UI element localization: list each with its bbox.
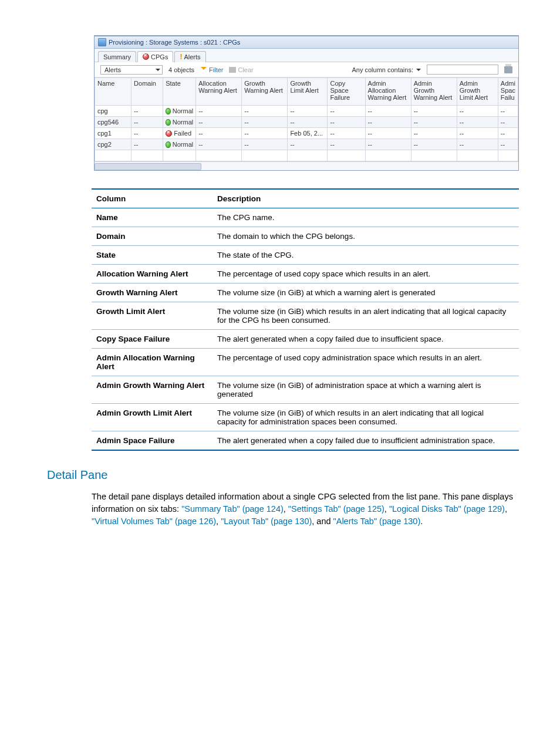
table-cell: -- bbox=[328, 117, 365, 128]
table-cell bbox=[163, 150, 196, 161]
table-cell: -- bbox=[457, 128, 498, 139]
window-title: Provisioning : Storage Systems : s021 : … bbox=[109, 39, 240, 46]
table-cell bbox=[457, 150, 498, 161]
state-text: Normal bbox=[173, 107, 193, 114]
table-cell: -- bbox=[288, 117, 328, 128]
table-cell: -- bbox=[365, 106, 411, 117]
table-cell bbox=[95, 150, 131, 161]
col-header[interactable]: Copy Space Failure bbox=[328, 78, 365, 106]
table-cell: -- bbox=[457, 139, 498, 150]
object-count: 4 objects bbox=[168, 66, 194, 73]
table-cell: -- bbox=[457, 117, 498, 128]
link-settings-tab[interactable]: "Settings Tab" (page 125) bbox=[288, 504, 384, 514]
col-header[interactable]: Admin Allocation Warning Alert bbox=[365, 78, 411, 106]
table-cell: -- bbox=[196, 128, 242, 139]
table-cell: Normal bbox=[163, 139, 196, 150]
status-fail-icon bbox=[166, 130, 172, 137]
table-cell: -- bbox=[196, 139, 242, 150]
link-alerts-tab[interactable]: "Alerts Tab" (page 130) bbox=[333, 517, 421, 526]
table-row-empty bbox=[95, 150, 518, 161]
desc-row: Copy Space FailureThe alert generated wh… bbox=[92, 330, 519, 349]
column-description-table: Column Description NameThe CPG name.Doma… bbox=[92, 188, 519, 451]
link-virtual-volumes-tab[interactable]: "Virtual Volumes Tab" (page 126) bbox=[92, 517, 216, 526]
tab-cpgs[interactable]: CPGs bbox=[137, 51, 173, 62]
horizontal-scrollbar[interactable] bbox=[95, 161, 518, 170]
table-cell: -- bbox=[328, 128, 365, 139]
table-cell: -- bbox=[411, 106, 457, 117]
desc-col-name: Growth Limit Alert bbox=[92, 302, 212, 330]
table-cell: -- bbox=[131, 117, 163, 128]
chevron-down-icon[interactable] bbox=[416, 69, 421, 71]
table-cell: -- bbox=[242, 106, 288, 117]
desc-header-col: Column bbox=[92, 189, 212, 208]
desc-col-name: Admin Space Failure bbox=[92, 431, 212, 451]
desc-col-text: The CPG name. bbox=[212, 208, 519, 227]
table-cell: -- bbox=[242, 128, 288, 139]
clear-button[interactable]: Clear bbox=[229, 66, 253, 73]
filter-button[interactable]: Filter bbox=[200, 66, 223, 73]
state-text: Failed bbox=[174, 130, 191, 137]
link-summary-tab[interactable]: "Summary Tab" (page 124) bbox=[181, 504, 284, 514]
table-cell: -- bbox=[131, 139, 163, 150]
para-text: , bbox=[216, 517, 221, 526]
col-header[interactable]: Admin Growth Warning Alert bbox=[411, 78, 457, 106]
state-text: Normal bbox=[173, 141, 193, 148]
table-cell: -- bbox=[328, 106, 365, 117]
desc-col-name: Admin Allocation Warning Alert bbox=[92, 349, 212, 376]
para-text: , bbox=[284, 504, 288, 514]
table-row[interactable]: cpg--Normal---------------- bbox=[95, 106, 518, 117]
table-row[interactable]: cpg2--Normal---------------- bbox=[95, 139, 518, 150]
status-ok-icon bbox=[166, 141, 171, 148]
col-header[interactable]: Admi Spac Failu bbox=[498, 78, 518, 106]
desc-row: Admin Growth Limit AlertThe volume size … bbox=[92, 404, 519, 431]
view-dropdown[interactable]: Alerts bbox=[100, 65, 163, 75]
desc-col-text: The alert generated when a copy failed d… bbox=[212, 330, 519, 349]
link-layout-tab[interactable]: "Layout Tab" (page 130) bbox=[221, 517, 312, 526]
col-header[interactable]: Admin Growth Limit Alert bbox=[457, 78, 498, 106]
clear-icon bbox=[229, 67, 236, 73]
desc-col-name: Domain bbox=[92, 227, 212, 246]
table-cell: -- bbox=[288, 106, 328, 117]
col-header[interactable]: Domain bbox=[131, 78, 163, 106]
col-header[interactable]: Name bbox=[95, 78, 131, 106]
tab-alerts[interactable]: ! Alerts bbox=[174, 51, 205, 62]
app-icon bbox=[98, 38, 106, 46]
table-cell: Feb 05, 2... bbox=[288, 128, 328, 139]
col-header[interactable]: State bbox=[163, 78, 196, 106]
table-cell: -- bbox=[365, 139, 411, 150]
table-cell: -- bbox=[196, 117, 242, 128]
table-cell: -- bbox=[411, 128, 457, 139]
col-header[interactable]: Growth Limit Alert bbox=[288, 78, 328, 106]
scroll-thumb[interactable] bbox=[95, 163, 201, 170]
desc-row: Admin Growth Warning AlertThe volume siz… bbox=[92, 376, 519, 404]
search-label-wrap: Any column contains: bbox=[352, 66, 421, 73]
print-icon[interactable] bbox=[504, 66, 512, 73]
search-input[interactable] bbox=[427, 65, 498, 75]
tab-summary[interactable]: Summary bbox=[98, 51, 136, 62]
table-cell: -- bbox=[411, 139, 457, 150]
table-cell bbox=[498, 150, 518, 161]
table-cell: -- bbox=[457, 106, 498, 117]
desc-col-text: The domain to which the CPG belongs. bbox=[212, 227, 519, 246]
col-header[interactable]: Allocation Warning Alert bbox=[196, 78, 242, 106]
desc-col-text: The volume size (in GiB) which results i… bbox=[212, 302, 519, 330]
table-row[interactable]: cpg546--Normal---------------- bbox=[95, 117, 518, 128]
desc-col-text: The state of the CPG. bbox=[212, 246, 519, 265]
tab-label: CPGs bbox=[151, 53, 168, 60]
desc-row: Growth Limit AlertThe volume size (in Gi… bbox=[92, 302, 519, 330]
alert-icon: ! bbox=[180, 53, 182, 61]
desc-col-name: State bbox=[92, 246, 212, 265]
table-cell: -- bbox=[365, 117, 411, 128]
chevron-down-icon bbox=[156, 69, 160, 71]
para-text: , bbox=[505, 504, 507, 514]
table-cell: -- bbox=[328, 139, 365, 150]
desc-row: Growth Warning AlertThe volume size (in … bbox=[92, 283, 519, 302]
table-cell: -- bbox=[498, 128, 518, 139]
table-cell: cpg bbox=[95, 106, 131, 117]
table-row[interactable]: cpg1--Failed----Feb 05, 2...---------- bbox=[95, 128, 518, 139]
table-cell: -- bbox=[131, 106, 163, 117]
link-logical-disks-tab[interactable]: "Logical Disks Tab" (page 129) bbox=[389, 504, 505, 514]
desc-row: NameThe CPG name. bbox=[92, 208, 519, 227]
col-header[interactable]: Growth Warning Alert bbox=[242, 78, 288, 106]
error-icon bbox=[143, 53, 149, 60]
